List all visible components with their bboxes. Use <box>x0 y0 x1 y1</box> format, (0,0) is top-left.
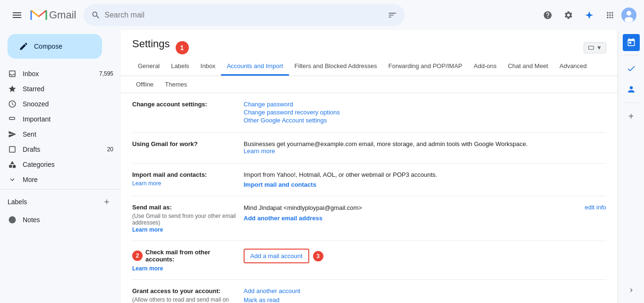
add-label-button[interactable] <box>100 195 113 208</box>
sent-icon <box>8 130 17 139</box>
tab-accounts[interactable]: Accounts and Import <box>221 58 288 76</box>
keyboard-shortcuts-button[interactable]: ▼ <box>584 42 606 53</box>
gmail-wordmark: Gmail <box>49 9 76 21</box>
send-mail-label: Send mail as: (Use Gmail to send from yo… <box>132 204 236 233</box>
apps-button[interactable] <box>601 6 619 25</box>
svg-point-1 <box>627 11 631 16</box>
right-sidebar-divider-1 <box>624 55 639 55</box>
sub-tab-offline[interactable]: Offline <box>132 78 157 91</box>
send-mail-email: Mind Jindapat <mindlyploypai@gmail.com> <box>244 204 362 211</box>
annotation-badge-3: 3 <box>313 251 323 261</box>
add-email-address-link[interactable]: Add another email address <box>244 215 322 222</box>
import-mail-row: Import mail and contacts: Learn more Imp… <box>132 164 606 196</box>
search-options-icon[interactable] <box>388 10 397 20</box>
compose-button[interactable]: Compose <box>8 34 102 59</box>
import-mail-contacts-link[interactable]: Import mail and contacts <box>244 181 316 188</box>
star-icon <box>8 84 17 94</box>
gmail-work-label: Using Gmail for work? <box>132 140 236 147</box>
search-bar <box>84 4 405 26</box>
change-password-recovery-link[interactable]: Change password recovery options <box>244 109 606 116</box>
sidebar-item-categories[interactable]: Categories <box>0 157 121 172</box>
sidebar: Compose Inbox 7,595 Starred Snoozed <box>0 30 121 303</box>
add-another-account-link[interactable]: Add another account <box>244 287 606 294</box>
import-learnmore-link[interactable]: Learn more <box>132 180 161 187</box>
right-calendar-icon[interactable] <box>623 34 640 51</box>
import-mail-text: Import from Yahoo!, Hotmail, AOL, or oth… <box>244 171 606 178</box>
settings-button[interactable] <box>559 6 578 25</box>
edit-info-link[interactable]: edit info <box>585 204 606 211</box>
drafts-badge: 20 <box>107 146 113 153</box>
gmail-work-learnmore-link[interactable]: Learn more <box>244 147 606 155</box>
tab-labels[interactable]: Labels <box>165 58 195 76</box>
tab-general[interactable]: General <box>132 58 165 76</box>
search-input[interactable] <box>104 11 384 19</box>
tab-advanced[interactable]: Advanced <box>554 58 593 76</box>
change-account-label: Change account settings: <box>132 101 236 108</box>
inbox-icon <box>8 69 17 78</box>
google-account-settings-link[interactable]: Other Google Account settings <box>244 117 606 124</box>
change-account-row: Change account settings: Change password… <box>132 93 606 133</box>
settings-content: Settings 1 ▼ General Labels Inbox Accoun… <box>121 30 618 303</box>
settings-tabs: General Labels Inbox Accounts and Import… <box>121 58 618 76</box>
sidebar-item-starred[interactable]: Starred <box>0 81 121 96</box>
sub-tab-themes[interactable]: Themes <box>161 78 191 91</box>
labels-section: Labels <box>0 191 121 212</box>
send-mail-learnmore-link[interactable]: Learn more <box>132 226 163 233</box>
search-icon <box>91 10 101 20</box>
gemini-button[interactable] <box>580 6 599 25</box>
sidebar-item-notes[interactable]: Notes <box>0 212 121 227</box>
draft-icon <box>8 145 17 154</box>
notes-circle-icon <box>8 215 17 225</box>
add-mail-account-button[interactable]: Add a mail account <box>244 249 309 263</box>
sidebar-item-snoozed[interactable]: Snoozed <box>0 96 121 112</box>
tab-filters[interactable]: Filters and Blocked Addresses <box>289 58 383 76</box>
tab-chat[interactable]: Chat and Meet <box>502 58 554 76</box>
tab-inbox[interactable]: Inbox <box>195 58 221 76</box>
right-contacts-icon[interactable] <box>622 80 641 99</box>
sidebar-item-drafts[interactable]: Drafts 20 <box>0 142 121 157</box>
topbar: Gmail <box>0 0 644 30</box>
sidebar-item-notes-label: Notes <box>23 216 40 224</box>
grant-access-row: Grant access to your account: (Allow oth… <box>132 280 606 303</box>
mark-as-read-link[interactable]: Mark as read <box>244 296 606 303</box>
help-button[interactable] <box>538 6 557 25</box>
tab-addons[interactable]: Add-ons <box>468 58 502 76</box>
annotation-badge-1: 1 <box>176 41 189 54</box>
grant-access-content: Add another account Mark as read <box>244 287 606 303</box>
main-layout: Compose Inbox 7,595 Starred Snoozed <box>0 30 644 303</box>
gmail-work-content: Businesses get yourname@example.com emai… <box>244 140 606 156</box>
plus-icon: + <box>628 111 634 122</box>
sidebar-item-important-label: Important <box>23 115 51 123</box>
sidebar-item-inbox[interactable]: Inbox 7,595 <box>0 66 121 81</box>
topbar-right <box>538 6 636 25</box>
send-mail-content: Mind Jindapat <mindlyploypai@gmail.com> … <box>244 204 606 222</box>
check-mail-learnmore-link[interactable]: Learn more <box>132 265 163 272</box>
right-add-icon[interactable]: + <box>622 107 641 126</box>
settings-body: Change account settings: Change password… <box>121 93 618 303</box>
chevron-down-icon <box>8 175 17 184</box>
gmail-work-text: Businesses get yourname@example.com emai… <box>244 140 528 147</box>
clock-icon <box>8 99 17 109</box>
svg-point-3 <box>13 165 16 168</box>
right-tasks-icon[interactable] <box>622 59 641 78</box>
gmail-work-row: Using Gmail for work? Businesses get you… <box>132 133 606 164</box>
sub-tabs: Offline Themes <box>121 76 618 93</box>
sidebar-divider <box>0 189 121 190</box>
sidebar-item-snoozed-label: Snoozed <box>23 100 49 108</box>
hamburger-menu-button[interactable] <box>8 6 26 25</box>
check-mail-row: 2 Check mail from other accounts: Learn … <box>132 241 606 280</box>
right-sidebar-chevron[interactable] <box>627 286 635 295</box>
inbox-badge: 7,595 <box>99 70 113 77</box>
avatar[interactable] <box>621 8 636 23</box>
labels-section-title: Labels <box>8 198 27 206</box>
change-password-link[interactable]: Change password <box>244 101 606 108</box>
sidebar-item-important[interactable]: Important <box>0 112 121 127</box>
sidebar-item-drafts-label: Drafts <box>23 146 40 153</box>
gmail-m-logo <box>30 9 47 22</box>
tab-forwarding[interactable]: Forwarding and POP/IMAP <box>382 58 468 76</box>
categories-icon <box>8 160 17 169</box>
sidebar-item-more[interactable]: More <box>0 172 121 187</box>
sidebar-item-sent[interactable]: Sent <box>0 127 121 142</box>
gmail-logo: Gmail <box>30 9 76 22</box>
change-account-content: Change password Change password recovery… <box>244 101 606 125</box>
